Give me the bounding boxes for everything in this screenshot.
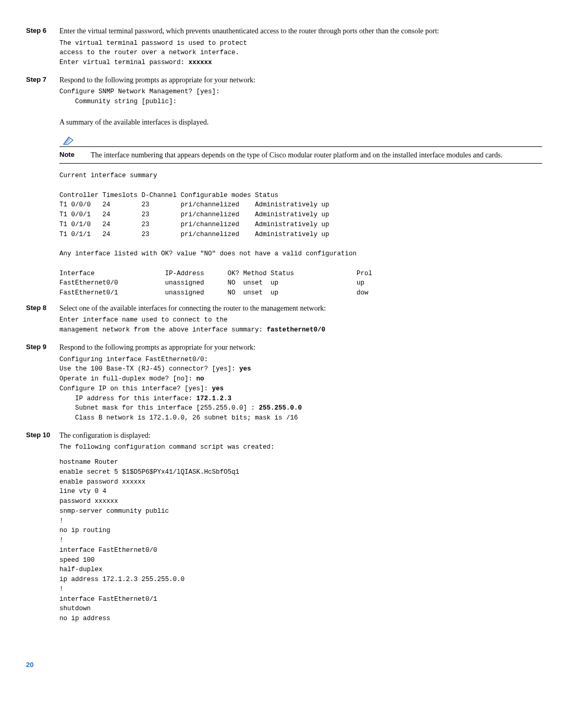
step7-code-l2: Community string [public]: — [59, 98, 177, 105]
step-10-row: Step 10 The configuration is displayed: … — [26, 430, 542, 629]
step9-code-l1: Configuring interface FastEthernet0/0: — [59, 356, 208, 363]
note-label: Note — [59, 150, 91, 161]
step-8-row: Step 8 Select one of the available inter… — [26, 303, 542, 340]
step-7-content: Respond to the following prompts as appr… — [59, 75, 542, 130]
step9-code-l6-pre: Subnet mask for this interface [255.255.… — [59, 404, 259, 412]
step-9-code: Configuring interface FastEthernet0/0: U… — [59, 355, 542, 423]
step-10-label: Step 10 — [26, 430, 59, 629]
step9-code-l3-b: no — [197, 375, 204, 382]
step-10-content: The configuration is displayed: The foll… — [59, 430, 542, 629]
step8-code-l1: Enter interface name used to connect to … — [59, 316, 228, 324]
step-7-summary-line: A summary of the available interfaces is… — [59, 117, 542, 128]
step9-code-l5-b: 172.1.2.3 — [197, 395, 232, 402]
step7-code-l1: Configure SNMP Network Management? [yes]… — [59, 88, 220, 95]
step6-code-l3-pre: Enter virtual terminal password: — [59, 59, 189, 66]
note-top-rule — [59, 146, 542, 147]
step-8-content: Select one of the available interfaces f… — [59, 303, 542, 340]
step-6-text: Enter the virtual terminal password, whi… — [59, 26, 542, 36]
step9-code-l6-b: 255.255.0.0 — [259, 404, 302, 412]
step-10-text: The configuration is displayed: — [59, 430, 542, 441]
step9-code-l4-b: yes — [212, 385, 224, 392]
step9-code-l7: Class B network is 172.1.0.0, 26 subnet … — [59, 414, 298, 422]
step9-code-l2-pre: Use the 100 Base-TX (RJ-45) connector? [… — [59, 365, 239, 373]
note-row: Note The interface numbering that appear… — [59, 150, 542, 161]
step-9-row: Step 9 Respond to the following prompts … — [26, 342, 542, 428]
page-number: 20 — [26, 660, 542, 670]
step-8-label: Step 8 — [26, 303, 59, 340]
step6-code-l3-b: xxxxxx — [189, 59, 212, 66]
note-text: The interface numbering that appears dep… — [91, 150, 542, 161]
step-7-label: Step 7 — [26, 75, 59, 130]
step-10-code-intro: The following configuration command scri… — [59, 442, 542, 452]
svg-marker-0 — [64, 137, 73, 144]
step-6-row: Step 6 Enter the virtual terminal passwo… — [26, 26, 542, 73]
step-6-label: Step 6 — [26, 26, 59, 73]
note-icon — [62, 135, 542, 145]
step-7-text: Respond to the following prompts as appr… — [59, 75, 542, 85]
step6-code-l2: access to the router over a network inte… — [59, 49, 239, 56]
step-8-text: Select one of the available interfaces f… — [59, 303, 542, 314]
step-6-content: Enter the virtual terminal password, whi… — [59, 26, 542, 73]
interface-summary: Current interface summary Controller Tim… — [59, 171, 542, 298]
step8-code-l2-b: fastethernet0/0 — [267, 326, 326, 334]
step9-code-l4-pre: Configure IP on this interface? [yes]: — [59, 385, 212, 392]
step-10-code-block: hostname Router enable secret 5 $1$D5P6$… — [59, 458, 542, 624]
note-block: Note The interface numbering that appear… — [59, 135, 542, 164]
step-7-row: Step 7 Respond to the following prompts … — [26, 75, 542, 130]
step-9-text: Respond to the following prompts as appr… — [59, 342, 542, 353]
step-6-code: The virtual terminal password is used to… — [59, 39, 542, 68]
step8-code-l2-pre: management network from the above interf… — [59, 326, 267, 334]
step-8-code: Enter interface name used to connect to … — [59, 315, 542, 335]
step9-code-l5-pre: IP address for this interface: — [59, 395, 197, 402]
note-bottom-rule — [59, 163, 542, 164]
step6-code-l1: The virtual terminal password is used to… — [59, 40, 247, 47]
step-7-code: Configure SNMP Network Management? [yes]… — [59, 87, 542, 107]
interface-summary-wrapper: Current interface summary Controller Tim… — [59, 171, 542, 298]
step-9-content: Respond to the following prompts as appr… — [59, 342, 542, 428]
step9-code-l2-b: yes — [239, 365, 251, 373]
step9-code-l3-pre: Operate in full-duplex mode? [no]: — [59, 375, 197, 382]
step-9-label: Step 9 — [26, 342, 59, 428]
